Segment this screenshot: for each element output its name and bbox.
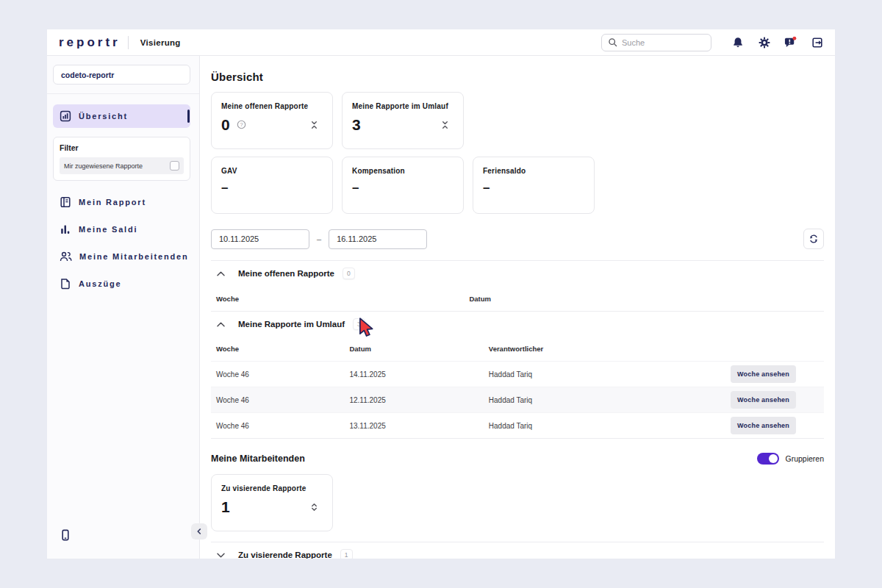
sidebar-item-label: Auszüge [79,279,121,288]
topbar-section-label: Visierung [140,38,181,47]
card-label: Feriensaldo [483,167,587,175]
accordion-header[interactable]: Meine offenen Rapporte 0 [211,261,824,286]
app-logo: reportr [59,35,121,50]
refresh-button[interactable] [803,229,824,249]
workspace-selector[interactable]: codeto-reportr [53,65,190,85]
sidebar-item-meine-mitarbeitenden[interactable]: Meine Mitarbeitenden [53,243,190,270]
accordion-header[interactable]: Zu visierende Rapporte 1 [211,542,824,559]
chevron-up-icon [216,321,226,328]
report-icon [60,196,71,208]
table-cell: 14.11.2025 [349,370,488,379]
sidebar-item-uebersicht[interactable]: Übersicht [53,104,190,128]
top-bar: reportr Visierung [47,29,835,56]
woche-ansehen-button[interactable]: Woche ansehen [731,365,796,383]
bell-icon[interactable] [731,36,744,49]
woche-ansehen-button[interactable]: Woche ansehen [731,391,796,409]
logout-icon[interactable] [811,36,823,49]
topbar-actions [601,34,823,51]
column-header: Verantwortlicher [489,345,723,353]
card-value: – [483,182,490,194]
sidebar-item-label: Mein Rapport [79,198,146,207]
count-badge: 0 [343,268,355,279]
balance-card-gav: GAV – [211,157,333,214]
filter-panel: Filter Mir zugewiesene Rapporte [53,137,190,181]
stat-card-rapporte-im-umlauf: Meine Rapporte im Umlauf 3 [342,92,464,149]
card-label: Kompensation [352,167,456,175]
date-to-input[interactable]: 16.11.2025 [329,229,427,249]
card-label: Meine Rapporte im Umlauf [352,102,456,110]
stat-cards-row: Meine offenen Rapporte 0 ? Meine [211,92,824,149]
sidebar-divider [47,93,199,94]
accordion-title: Meine Rapporte im Umlauf [238,320,345,329]
sidebar-item-label: Übersicht [79,112,128,121]
section-offene-rapporte: Meine offenen Rapporte 0 Woche Datum [211,260,824,311]
gear-icon[interactable] [758,36,770,49]
table-cell: Haddad Tariq [489,370,723,379]
filter-option-row[interactable]: Mir zugewiesene Rapporte [60,157,184,174]
table-row: Woche 4614.11.2025Haddad TariqWoche anse… [211,361,824,387]
card-value: – [221,182,228,194]
unfold-less-icon[interactable] [440,121,450,129]
sidebar-item-label: Meine Mitarbeitenden [79,252,188,261]
card-value: 0 [221,117,230,132]
employees-title: Meine Mitarbeitenden [211,453,305,464]
stat-card-offene-rapporte: Meine offenen Rapporte 0 ? [211,92,333,149]
filter-title: Filter [60,143,184,152]
card-label: Meine offenen Rapporte [221,102,325,110]
notification-dot [792,37,796,40]
section-zu-visierende: Zu visierende Rapporte 1 [211,542,824,559]
stat-card-zu-visierende: Zu visierende Rapporte 1 [211,474,333,531]
table-body: Woche 4614.11.2025Haddad TariqWoche anse… [211,361,824,438]
section-rapporte-im-umlauf: Meine Rapporte im Umlauf 3 Woche Datum V… [211,311,824,439]
employees-header: Meine Mitarbeitenden Gruppieren [211,453,824,465]
balance-card-kompensation: Kompensation – [342,157,464,214]
search-box[interactable] [601,34,711,51]
table-row: Woche 4613.11.2025Haddad TariqWoche anse… [211,412,824,438]
table-cell: 12.11.2025 [349,396,488,404]
chevron-down-icon [216,552,226,559]
table-cell: Haddad Tariq [489,396,723,404]
card-value: 1 [221,499,230,514]
sidebar: codeto-reportr Übersicht [47,56,200,559]
unfold-more-icon[interactable] [309,503,319,512]
chevron-up-icon [216,270,226,277]
count-badge: 1 [340,549,353,559]
svg-text:?: ? [240,121,243,128]
filter-checkbox[interactable] [170,161,179,171]
chevron-left-icon [195,527,204,536]
filter-option-label: Mir zugewiesene Rapporte [64,162,143,170]
accordion-header[interactable]: Meine Rapporte im Umlauf 3 [211,312,824,337]
search-input[interactable] [622,38,705,47]
help-circle-icon[interactable]: ? [237,120,246,129]
workspace-name: codeto-reportr [61,71,114,79]
sidebar-item-label: Meine Saldi [79,225,137,234]
sidebar-item-meine-saldi[interactable]: Meine Saldi [53,215,190,243]
card-label: GAV [221,167,325,175]
feedback-icon[interactable] [784,36,797,49]
date-separator: – [317,234,321,243]
group-toggle-label: Gruppieren [785,454,824,463]
balance-cards-row: GAV – Kompensation – Feriensaldo – [211,157,824,214]
overview-chart-icon [60,110,71,122]
table-cell: Woche 46 [216,370,349,379]
main-content: Übersicht Meine offenen Rapporte 0 ? [200,56,835,559]
collapse-sidebar-button[interactable] [191,523,207,539]
table-cell: Woche 46 [216,396,349,404]
column-header: Woche [216,295,469,303]
card-value: 3 [352,117,361,132]
table-cell: Haddad Tariq [489,422,723,430]
table-cell: 13.11.2025 [349,422,488,430]
table-column-headers: Woche Datum [211,286,824,311]
sidebar-item-auszuege[interactable]: Auszüge [53,270,190,297]
sidebar-item-mein-rapport[interactable]: Mein Rapport [53,188,190,215]
toggle-knob [769,454,778,463]
woche-ansehen-button[interactable]: Woche ansehen [731,417,796,434]
column-header: Datum [469,295,819,303]
unfold-less-icon[interactable] [309,121,319,129]
group-toggle[interactable] [757,453,779,465]
balance-card-feriensaldo: Feriensaldo – [473,157,595,214]
phone-icon[interactable] [60,529,71,544]
date-from-input[interactable]: 10.11.2025 [211,229,309,249]
group-toggle-wrap[interactable]: Gruppieren [757,453,824,465]
count-badge: 3 [353,318,365,330]
